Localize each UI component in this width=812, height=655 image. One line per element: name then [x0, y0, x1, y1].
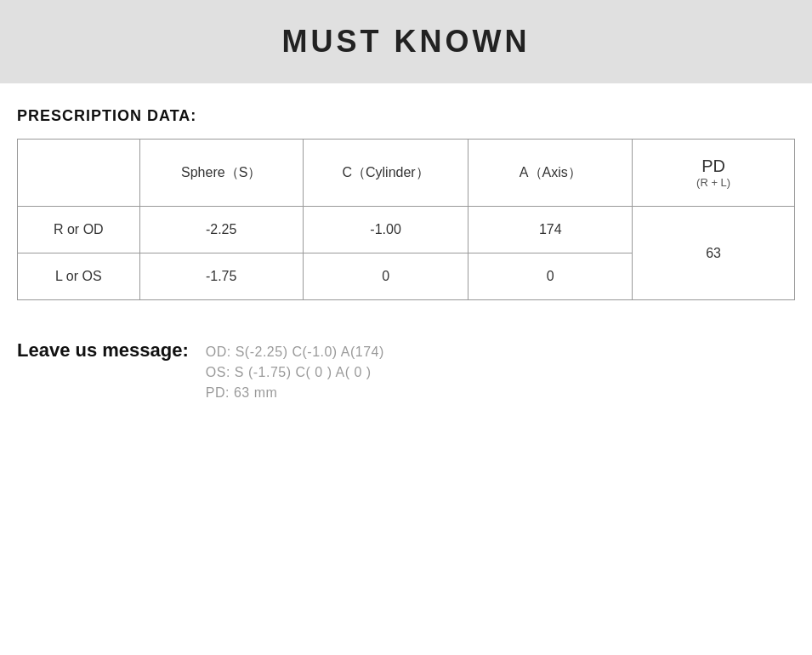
pd-combined: 63: [633, 207, 795, 300]
axis-os: 0: [468, 253, 633, 300]
row-label-od: R or OD: [18, 207, 140, 253]
cylinder-os: 0: [303, 253, 468, 300]
pd-sub-label: (R + L): [641, 176, 786, 189]
row-label-os: L or OS: [18, 253, 140, 300]
table-row: R or OD -2.25 -1.00 174 63: [18, 207, 795, 253]
message-details: OD: S(-2.25) C(-1.0) A(174) OS: S (-1.75…: [206, 345, 384, 401]
pd-value: 63: [706, 246, 721, 260]
message-line-od: OD: S(-2.25) C(-1.0) A(174): [206, 345, 384, 360]
sphere-od: -2.25: [139, 207, 303, 253]
col-header-empty: [18, 140, 140, 207]
message-line-os: OS: S (-1.75) C( 0 ) A( 0 ): [206, 365, 384, 380]
section-label: PRESCRIPTION DATA:: [17, 107, 795, 125]
col-header-axis: A（Axis）: [468, 140, 633, 207]
message-line-pd: PD: 63 mm: [206, 385, 384, 401]
page-title: MUST KNOWN: [0, 24, 812, 60]
prescription-table: Sphere（S） C（Cylinder） A（Axis） PD (R + L)…: [17, 139, 795, 300]
col-header-sphere: Sphere（S）: [139, 140, 303, 207]
sphere-os: -1.75: [139, 253, 303, 300]
col-header-cylinder: C（Cylinder）: [303, 140, 468, 207]
header-banner: MUST KNOWN: [0, 0, 812, 83]
pd-main-label: PD: [641, 157, 786, 176]
cylinder-od: -1.00: [303, 207, 468, 253]
message-section: Leave us message: OD: S(-2.25) C(-1.0) A…: [17, 331, 795, 409]
message-label: Leave us message:: [17, 339, 189, 362]
col-header-pd: PD (R + L): [633, 140, 795, 207]
axis-od: 174: [468, 207, 633, 253]
